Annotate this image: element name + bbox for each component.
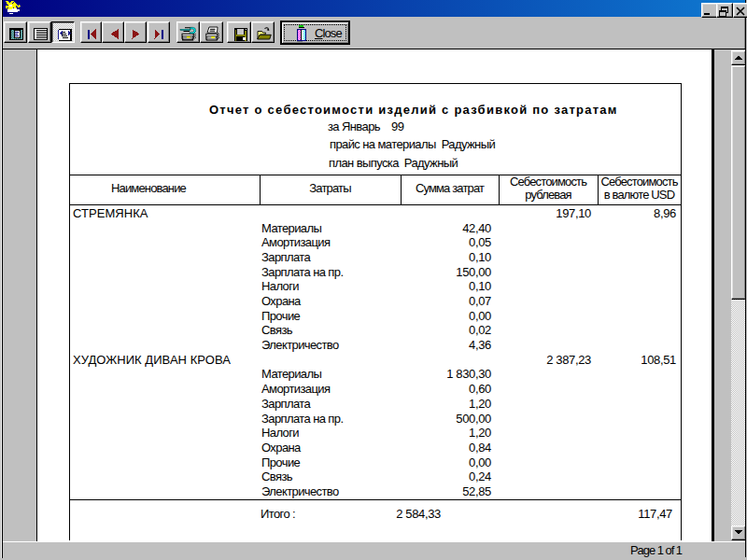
open-button[interactable] (251, 21, 275, 43)
cost-item-label: Зарплата (261, 398, 310, 410)
arrow-next-icon (128, 25, 143, 40)
cost-item-label: Налоги (261, 280, 299, 292)
cost-item-value: 0,02 (469, 324, 491, 336)
report-frame-right (681, 83, 682, 540)
arrow-prev-icon (106, 25, 120, 40)
column-header-4: Себестоимость (598, 175, 681, 188)
arrow-last-icon (151, 25, 166, 40)
group-total-rub: 197,10 (556, 207, 591, 219)
preview-top-border (3, 49, 745, 49)
restore-icon (717, 6, 730, 17)
cost-item-label: Материалы (261, 222, 321, 234)
cost-item-value: 1 830,30 (446, 368, 491, 380)
cost-item-value: 0,10 (469, 280, 491, 292)
scroll-down-button[interactable] (731, 525, 745, 540)
report-title: Отчет о себестоимости изделий с разбивко… (209, 104, 618, 116)
report-hline-3 (69, 499, 682, 500)
status-bar: Page 1 of 1 (3, 541, 745, 560)
cost-item-value: 0,10 (469, 251, 491, 263)
print-button[interactable] (200, 21, 223, 43)
close-button[interactable]: Close (280, 21, 350, 45)
cost-item-label: Амортизация (261, 236, 330, 248)
report-page-shadow (712, 49, 714, 541)
arrow-first-icon (84, 25, 99, 40)
printer-setup-button[interactable] (176, 21, 200, 43)
report-hline-0 (69, 83, 682, 84)
close-button-label: Close (315, 27, 342, 39)
exit-door-icon (297, 25, 307, 42)
titlebar[interactable] (3, 0, 745, 17)
first-page-button[interactable] (80, 21, 102, 43)
cost-item-value: 0,24 (469, 470, 491, 483)
cost-item-label: Электричество (261, 485, 339, 497)
cost-item-value: 42,40 (462, 222, 491, 234)
cost-item-label: Зарплата на пр. (261, 413, 343, 425)
scroll-down-icon (732, 526, 745, 539)
cost-item-label: Материалы (261, 368, 321, 380)
cost-item-value: 1,20 (469, 427, 491, 439)
page-in-frame-icon (8, 27, 24, 42)
cost-item-value: 4,36 (469, 339, 491, 351)
zoom-fit-button[interactable] (4, 21, 27, 43)
vertical-scrollbar[interactable] (731, 50, 745, 540)
report-hline-2 (69, 204, 682, 205)
cost-item-label: Зарплата на пр. (261, 266, 343, 278)
preview-panel: Отчет о себестоимости изделий с разбивко… (3, 49, 745, 541)
cost-item-label: Налоги (261, 427, 299, 439)
report-subtitle-0: за Январь 99 (328, 120, 403, 133)
cost-item-label: Зарплата (261, 251, 310, 263)
scroll-up-button[interactable] (731, 50, 745, 65)
close-window-button[interactable] (733, 3, 747, 18)
cost-item-value: 500,00 (456, 413, 491, 425)
cost-item-value: 0,60 (469, 383, 491, 395)
column-header-0: Наименование (69, 182, 228, 194)
group-total-rub: 2 387,23 (546, 354, 591, 366)
cost-item-value: 1,20 (469, 398, 491, 410)
group-name: СТРЕМЯНКА (73, 207, 148, 219)
minimize-icon (702, 6, 715, 17)
cost-item-label: Охрана (261, 295, 301, 307)
cost-item-label: Прочие (261, 456, 300, 469)
last-page-button[interactable] (148, 21, 170, 43)
page-indicator: Page 1 of 1 (630, 544, 682, 556)
next-page-button[interactable] (124, 21, 147, 43)
prev-page-button[interactable] (102, 21, 124, 43)
group-name: ХУДОЖНИК ДИВАН КРОВА (73, 354, 231, 366)
column-header-1: Затраты (260, 182, 401, 194)
zoom-page-width-button[interactable] (51, 21, 75, 43)
zoom-100-button[interactable] (28, 21, 51, 43)
grand-total-sum: 2 584,33 (396, 508, 441, 520)
grand-total-usd: 117,47 (638, 508, 672, 520)
scroll-up-icon (732, 51, 745, 64)
printer-icon (204, 26, 220, 41)
report-subtitle-1: прайс на материалы Радужный (330, 138, 495, 150)
scrollbar-thumb[interactable] (731, 65, 745, 300)
cost-item-value: 0,00 (469, 310, 491, 322)
group-total-usd: 108,51 (641, 354, 676, 366)
cost-item-value: 0,00 (469, 456, 491, 469)
cost-item-value: 150,00 (456, 266, 491, 278)
floppy-icon (233, 27, 248, 42)
page-lines-icon (33, 27, 48, 42)
column-header-3: рублевая (499, 189, 598, 201)
cost-item-value: 0,84 (469, 441, 491, 454)
cost-item-value: 0,07 (469, 295, 491, 307)
cost-item-label: Прочие (261, 310, 300, 322)
cost-item-label: Охрана (261, 441, 301, 454)
column-header-3: Себестоимость (499, 175, 598, 188)
group-total-usd: 8,96 (654, 207, 676, 219)
close-icon (734, 6, 747, 17)
app-sun-icon (6, 1, 21, 16)
column-header-4: в валюте USD (598, 189, 681, 201)
column-header-2: Сумма затрат (401, 182, 499, 194)
report-frame-left (69, 83, 70, 540)
cost-item-label: Связь (261, 324, 292, 336)
cost-item-value: 0,05 (469, 236, 491, 248)
printer-wrench-icon (179, 24, 197, 41)
cost-item-label: Связь (261, 470, 292, 483)
cost-item-label: Амортизация (261, 383, 330, 395)
cost-item-label: Электричество (261, 339, 339, 351)
restore-button[interactable] (716, 3, 733, 18)
save-button[interactable] (227, 21, 251, 43)
grand-total-label: Итого : (261, 508, 295, 520)
